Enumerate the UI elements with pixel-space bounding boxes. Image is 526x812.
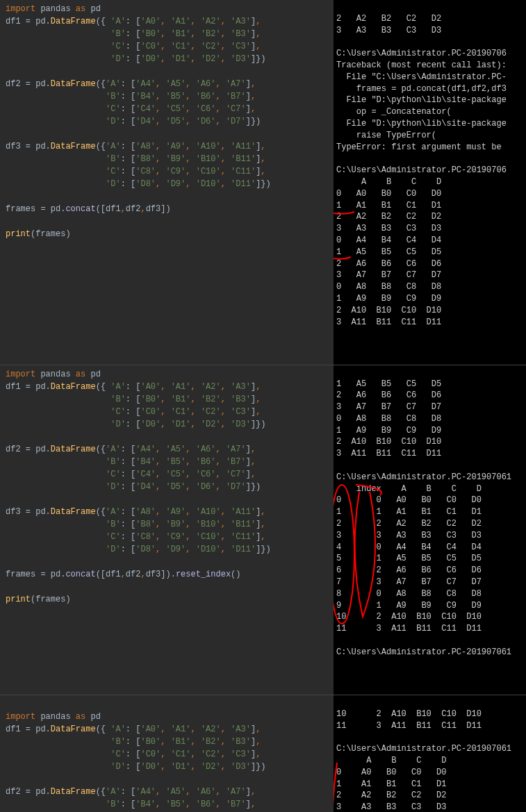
code-line: 'D': ['D0', 'D1', 'D2', 'D3']}) <box>6 418 328 431</box>
output-terminal-2[interactable]: 1 A5 B5 C5 D5 2 A6 B6 C6 D6 3 A7 B7 C7 D… <box>334 365 526 695</box>
section-1: import pandas as pd df1 = pd.DataFrame({… <box>0 0 526 365</box>
code-line: 'D': ['D4', 'D5', 'D6', 'D7']}) <box>6 115 328 128</box>
df1-line: df1 = pd.DataFrame({ 'A': ['A0', 'A1', '… <box>6 15 328 28</box>
code-line: 'B': ['B0', 'B1', 'B2', 'B3'], <box>6 736 328 748</box>
section-2: import pandas as pd df1 = pd.DataFrame({… <box>0 365 526 695</box>
code-line: 'C': ['C8', 'C9', 'C10', 'C11'], <box>6 165 328 178</box>
df1-line: df1 = pd.DataFrame({ 'A': ['A0', 'A1', '… <box>6 723 328 736</box>
code-line: 'C': ['C0', 'C1', 'C2', 'C3'], <box>6 748 328 761</box>
code-line: 'B': ['B4', 'B5', 'B6', 'B7'], <box>6 798 328 811</box>
import-line: import pandas as pd <box>6 711 328 723</box>
code-line: 'C': ['C4', 'C5', 'C6', 'C7'], <box>6 103 328 115</box>
code-editor-1[interactable]: import pandas as pd df1 = pd.DataFrame({… <box>0 0 334 365</box>
code-line: 'B': ['B0', 'B1', 'B2', 'B3'], <box>6 393 328 406</box>
code-line: 'C': ['C0', 'C1', 'C2', 'C3'], <box>6 40 328 53</box>
concat-line: frames = pd.concat([df1,df2,df3]) <box>6 203 328 215</box>
concat-line: frames = pd.concat([df1,df2,df3]).reset_… <box>6 568 328 581</box>
df2-line: df2 = pd.DataFrame({'A': ['A4', 'A5', 'A… <box>6 78 328 90</box>
code-line: 'C': ['C8', 'C9', 'C10', 'C11'], <box>6 531 328 543</box>
df2-line: df2 = pd.DataFrame({'A': ['A4', 'A5', 'A… <box>6 786 328 798</box>
code-line: 'B': ['B4', 'B5', 'B6', 'B7'], <box>6 456 328 468</box>
print-line: print(frames) <box>6 593 328 606</box>
output-text: 1 A5 B5 C5 D5 2 A6 B6 C6 D6 3 A7 B7 C7 D… <box>336 379 523 658</box>
code-editor-2[interactable]: import pandas as pd df1 = pd.DataFrame({… <box>0 365 334 695</box>
df1-line: df1 = pd.DataFrame({ 'A': ['A0', 'A1', '… <box>6 381 328 393</box>
code-line: 'B': ['B8', 'B9', 'B10', 'B11'], <box>6 518 328 531</box>
code-line: 'B': ['B0', 'B1', 'B2', 'B3'], <box>6 28 328 40</box>
import-line: import pandas as pd <box>6 368 328 381</box>
code-line: 'D': ['D0', 'D1', 'D2', 'D3']}) <box>6 53 328 65</box>
output-text: 2 A2 B2 C2 D2 3 A3 B3 C3 D3 C:\Users\Adm… <box>336 13 523 329</box>
code-line: 'C': ['C0', 'C1', 'C2', 'C3'], <box>6 406 328 418</box>
code-line: 'D': ['D8', 'D9', 'D10', 'D11']}) <box>6 543 328 556</box>
import-line: import pandas as pd <box>6 3 328 15</box>
df3-line: df3 = pd.DataFrame({'A': ['A8', 'A9', 'A… <box>6 506 328 518</box>
output-terminal-1[interactable]: 2 A2 B2 C2 D2 3 A3 B3 C3 D3 C:\Users\Adm… <box>334 0 526 365</box>
code-line: 'C': ['C4', 'C5', 'C6', 'C7'], <box>6 468 328 481</box>
output-text: 10 2 A10 B10 C10 D10 11 3 A11 B11 C11 D1… <box>336 709 523 812</box>
code-line: 'B': ['B8', 'B9', 'B10', 'B11'], <box>6 153 328 165</box>
code-line: 'D': ['D0', 'D1', 'D2', 'D3']}) <box>6 761 328 773</box>
df3-line: df3 = pd.DataFrame({'A': ['A8', 'A9', 'A… <box>6 140 328 153</box>
section-3: import pandas as pd df1 = pd.DataFrame({… <box>0 695 526 812</box>
code-line: 'B': ['B4', 'B5', 'B6', 'B7'], <box>6 90 328 103</box>
code-line: 'D': ['D8', 'D9', 'D10', 'D11']}) <box>6 178 328 190</box>
output-terminal-3[interactable]: 10 2 A10 B10 C10 D10 11 3 A11 B11 C11 D1… <box>334 695 526 812</box>
code-editor-3[interactable]: import pandas as pd df1 = pd.DataFrame({… <box>0 695 334 812</box>
code-line: 'D': ['D4', 'D5', 'D6', 'D7']}) <box>6 481 328 493</box>
df2-line: df2 = pd.DataFrame({'A': ['A4', 'A5', 'A… <box>6 443 328 456</box>
print-line: print(frames) <box>6 228 328 240</box>
